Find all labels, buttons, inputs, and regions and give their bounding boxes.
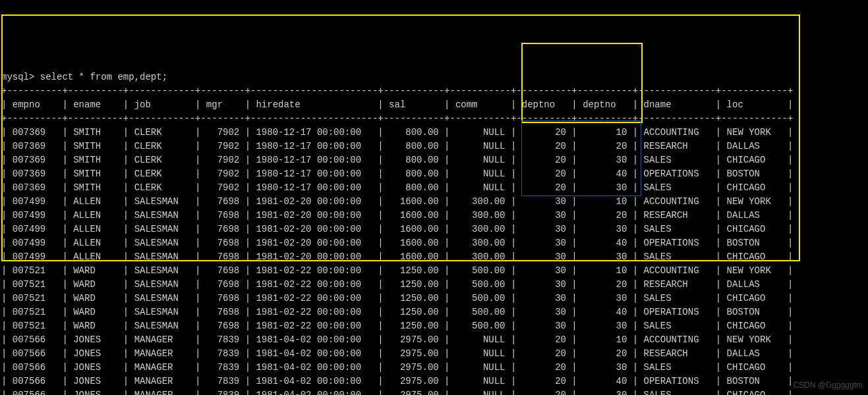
terminal-output: mysql> select * from emp,dept; +--------… — [0, 55, 868, 395]
watermark: CSDN @Ggggggtm — [793, 379, 863, 391]
result-table: +----------+----------+------------+----… — [1, 86, 793, 395]
mysql-prompt: mysql> — [1, 72, 40, 82]
sql-query: select * from emp,dept; — [40, 72, 167, 82]
